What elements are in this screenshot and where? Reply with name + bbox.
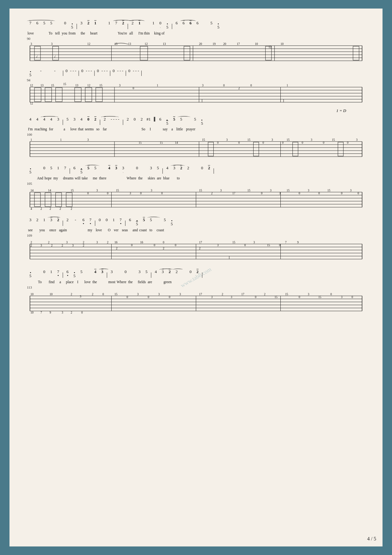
svg-rect-29 [140,46,148,60]
lyric: are [146,280,153,284]
note: 6 [126,217,133,222]
svg-text:0: 0 [318,191,320,195]
svg-rect-32 [353,46,359,60]
lyric: And [36,176,44,180]
lyric: love [70,127,77,131]
note: 5 [171,117,178,122]
svg-text:2: 2 [59,207,61,210]
note: 3 [108,269,115,274]
section-7: 5 0 5 1 7 | 6 5 5 5 4 [27,163,365,181]
svg-rect-149 [56,193,62,207]
note: 5 [208,21,215,26]
svg-text:3: 3 [179,293,181,296]
bar-line: | [127,23,129,29]
lyric: place [65,280,74,284]
double-bar: ‖ [152,116,157,122]
tab-staff-94: 94 12 13 15 15 13 12 [27,78,365,107]
svg-rect-28 [52,46,58,60]
note: 1 [136,21,143,26]
svg-rect-101 [253,142,259,156]
notation-row-1: 7 6 5 5 0 5 | 3 2 1 1 7 [27,18,365,31]
lyric: blue [162,176,170,180]
tab-label-109: 109 [27,234,365,237]
lyric: are [156,176,162,180]
svg-text:3: 3 [308,189,309,192]
svg-text:0: 0 [87,191,89,195]
svg-text:0: 0 [330,293,332,296]
svg-text:10: 10 [255,42,258,46]
tab-svg-100: 1 1 3 15 15 14 15 0 3 0 15 0 3 0 15 0 3 [27,137,365,160]
note [185,117,192,122]
svg-text:0: 0 [107,191,108,195]
lyrics-row-1: love To tell you from the heart You're a… [27,31,365,36]
note: 5 [64,117,71,122]
svg-text:0: 0 [299,295,300,299]
svg-text:3: 3 [311,138,312,142]
note: 7 [27,21,34,26]
svg-text:15: 15 [139,141,142,144]
svg-text:0: 0 [262,141,264,144]
lyric: To [36,280,43,284]
note: 0 [64,68,69,73]
svg-text:0: 0 [161,191,163,195]
bar-line: | [162,167,164,174]
lyric: fields [137,280,147,284]
note [143,21,150,26]
svg-text:15: 15 [116,189,119,192]
note: 3 [159,269,166,274]
svg-text:20: 20 [223,42,226,46]
note: 5 [215,23,222,30]
svg-text:14: 14 [175,141,178,144]
lyric: a [57,280,64,284]
lyrics-row-9: see you once again my love O ver seas an… [27,228,365,233]
note [85,269,92,274]
svg-text:7: 7 [285,240,287,244]
tab-label-94: 94 [27,78,365,82]
tab-staff-90: 90 3 3 12 15 13 [27,37,365,65]
svg-text:3: 3 [72,244,74,247]
svg-text:0: 0 [347,141,349,144]
svg-text:12: 12 [87,42,90,46]
bar-line: | [62,271,64,278]
svg-text:2: 2 [30,244,32,247]
note: 1 [92,21,99,26]
svg-rect-63 [75,88,81,102]
lyric: coast [156,228,165,232]
svg-rect-102 [293,142,298,156]
svg-text:4: 4 [30,207,32,210]
bar-line: | [109,70,112,76]
lyric: all [128,31,135,35]
note: 2 [138,117,145,122]
note: 1 [55,165,62,171]
lyric: so [95,127,101,131]
note: 3. [120,165,127,173]
lyric: tell [54,31,61,35]
note [115,269,122,274]
svg-text:0: 0 [154,243,155,247]
note: 1 [106,21,113,26]
note: 3 [55,117,62,122]
svg-text:17: 17 [241,293,244,296]
svg-rect-100 [208,142,213,156]
svg-text:12: 12 [30,101,33,105]
note: 0 [127,68,132,73]
lyric: to [175,176,182,180]
svg-text:2: 2 [163,246,164,250]
svg-text:15: 15 [160,141,163,144]
note: 5 [92,165,99,171]
bar-line: | [212,167,215,174]
note: 6 [34,21,41,26]
svg-text:3: 3 [40,244,42,247]
svg-text:2: 2 [48,240,50,244]
svg-text:1: 1 [60,138,62,142]
lyric: skies [147,176,156,180]
note: 5 [155,165,162,171]
svg-text:2: 2 [222,293,223,296]
svg-text:15: 15 [63,82,66,85]
lyrics-row-7: And hope my dreams will take me there Wh… [27,176,365,181]
note: 3 [136,269,143,274]
note: 2 [34,217,41,222]
bar-line: | [99,119,101,125]
svg-text:15: 15 [51,84,54,87]
svg-text:15: 15 [318,295,322,299]
